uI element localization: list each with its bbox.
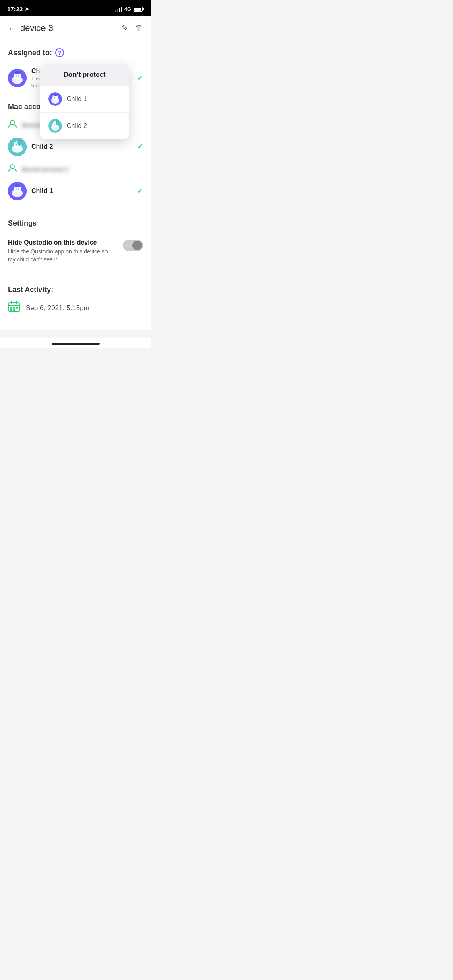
dropdown-child2-name: Child 2 [67,122,87,130]
svg-point-36 [53,94,57,96]
settings-row: Hide Qustodio on this device Hide the Qu… [8,234,143,268]
child1-row-2: Child 1 ✓ [8,178,143,204]
location-icon: ➤ [25,6,29,12]
hide-qustodio-toggle[interactable] [123,240,143,251]
svg-rect-27 [13,307,15,309]
account-icon-1 [8,119,17,130]
hide-qustodio-desc: Hide the Qustodio app on this device so … [8,248,116,264]
assigned-to-label: Assigned to: [8,49,52,57]
child2-name: Child 2 [31,143,132,150]
last-activity-section: Last Activity: Sep 6, 2021, 5:15pm [8,279,143,322]
delete-button[interactable]: 🗑 [135,23,143,33]
child1-avatar-svg [8,69,27,87]
child2-info: Child 2 [31,143,132,150]
last-activity-title: Last Activity: [8,286,143,294]
dropdown-child1-avatar [48,92,62,106]
dropdown-child1[interactable]: Child 1 [40,85,129,112]
svg-point-35 [56,97,56,98]
svg-point-4 [18,76,19,77]
divider-2 [8,208,143,208]
status-left: 17:22 ➤ [7,6,29,12]
svg-rect-29 [10,309,12,311]
svg-point-3 [16,76,17,77]
battery-icon [134,7,144,12]
svg-point-7 [10,120,14,124]
account-icon-2 [8,163,17,175]
svg-rect-6 [15,73,20,74]
svg-point-11 [16,144,17,146]
network-type: 4G [124,6,131,12]
battery-body [134,7,143,12]
bottom-bar [0,338,151,348]
child2-chevron[interactable]: ✓ [137,142,143,151]
svg-rect-28 [16,307,18,309]
svg-point-40 [54,124,55,125]
home-indicator [52,343,100,345]
child1-avatar [8,69,27,87]
dropdown-child2[interactable]: Child 2 [40,112,129,139]
help-icon[interactable]: ? [55,48,64,57]
svg-rect-26 [10,307,12,309]
signal-bars [115,7,122,12]
child1-chevron-2[interactable]: ✓ [137,187,143,196]
last-activity-row: Sep 6, 2021, 5:15pm [8,301,143,315]
calendar-icon [8,301,20,315]
edit-button[interactable]: ✎ [122,23,128,33]
account-row-2: blurred account 2 [8,160,143,178]
svg-rect-21 [15,186,20,187]
dropdown-child1-name: Child 1 [67,95,87,103]
divider-3 [8,276,143,276]
child1-avatar-svg-2 [8,182,27,200]
hide-qustodio-label: Hide Qustodio on this device [8,239,116,246]
last-activity-label: Last Activity: [8,286,53,294]
activity-date: Sep 6, 2021, 5:15pm [26,304,89,312]
svg-point-18 [16,189,17,190]
dropdown-menu: Don't protect Child 1 C [40,64,129,139]
account-name-2: blurred account 2 [22,166,68,173]
back-button[interactable]: ← [8,24,16,33]
child1-avatar-2 [8,182,27,200]
time: 17:22 [7,6,23,12]
header: ← device 3 ✎ 🗑 [0,16,151,40]
child1-chevron[interactable]: ✓ [137,74,143,82]
settings-label: Settings [8,219,37,228]
settings-text: Hide Qustodio on this device Hide the Qu… [8,239,123,264]
svg-point-13 [17,140,21,146]
signal-bar-1 [115,10,116,12]
assigned-to-section-title: Assigned to: ? [8,48,143,57]
svg-rect-30 [13,309,15,311]
page-title: device 3 [20,23,53,33]
child2-avatar-svg [8,138,27,156]
signal-bar-2 [117,9,118,12]
toggle-thumb [132,241,142,250]
child1-info-2: Child 1 [31,187,132,195]
header-left: ← device 3 [8,23,53,33]
status-bar: 17:22 ➤ 4G [0,0,151,16]
child2-avatar [8,138,27,156]
settings-section: Settings Hide Qustodio on this device Hi… [8,211,143,272]
signal-bar-4 [121,7,122,12]
svg-point-34 [54,97,55,98]
dropdown-child2-avatar [48,119,62,133]
svg-point-19 [18,189,19,190]
battery-tip [143,8,144,10]
dropdown-title: Don't protect [40,64,129,85]
svg-point-42 [56,120,59,125]
signal-bar-3 [119,8,120,12]
header-actions: ✎ 🗑 [122,23,143,33]
svg-point-14 [10,165,14,169]
status-right: 4G [115,6,144,12]
help-icon-text: ? [58,50,61,56]
child1-name-2: Child 1 [31,187,132,195]
settings-title: Settings [8,219,143,228]
battery-fill [134,8,141,11]
